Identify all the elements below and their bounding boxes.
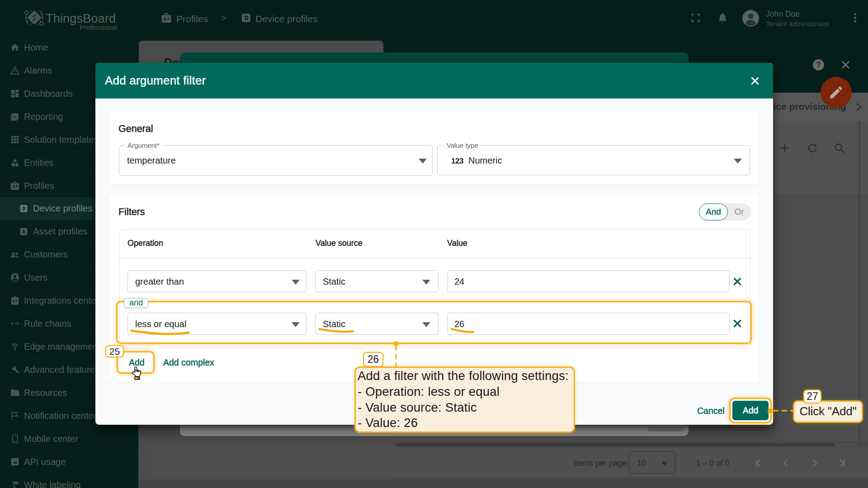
svg-text:?: ? — [816, 61, 821, 69]
